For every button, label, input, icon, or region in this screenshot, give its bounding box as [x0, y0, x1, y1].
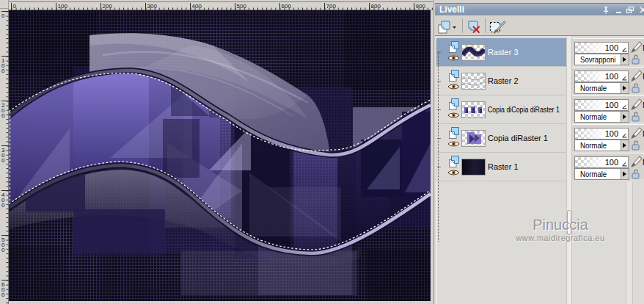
svg-text:0: 0: [1, 68, 5, 74]
svg-text:200: 200: [103, 3, 113, 10]
svg-text:800: 800: [371, 3, 381, 10]
svg-text:0: 0: [1, 112, 5, 119]
svg-text:0: 0: [1, 12, 5, 19]
svg-text:500: 500: [237, 3, 247, 10]
svg-text:900: 900: [416, 3, 426, 10]
svg-text:100: 100: [58, 3, 68, 10]
svg-text:0: 0: [1, 202, 5, 209]
svg-text:600: 600: [282, 3, 292, 10]
svg-text:0: 0: [1, 247, 5, 253]
svg-text:0: 0: [1, 292, 5, 298]
svg-text:400: 400: [192, 3, 202, 10]
svg-text:300: 300: [147, 3, 158, 10]
svg-text:700: 700: [326, 3, 337, 10]
svg-text:0: 0: [13, 3, 17, 10]
svg-text:0: 0: [1, 157, 5, 164]
